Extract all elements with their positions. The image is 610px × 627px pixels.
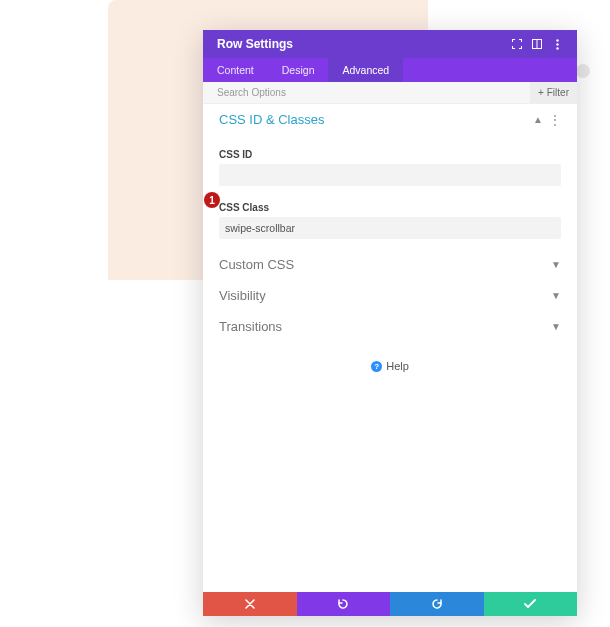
section-more-button[interactable]: ⋮ [549,113,561,127]
svg-point-3 [556,43,558,45]
section-title: Visibility [219,288,551,303]
expand-icon [512,39,522,49]
save-button[interactable] [484,592,578,616]
more-button[interactable] [547,34,567,54]
modal-titlebar: Row Settings [203,30,577,58]
modal-footer [203,592,577,616]
help-label: Help [386,360,409,372]
svg-point-2 [556,39,558,41]
modal-body-spacer [203,382,577,592]
redo-icon [431,598,443,610]
more-vert-icon [556,39,559,50]
filter-button[interactable]: + Filter [530,82,577,103]
expand-button[interactable] [507,34,527,54]
css-id-input[interactable] [219,164,561,186]
redo-button[interactable] [390,592,484,616]
search-input[interactable] [203,87,530,98]
undo-button[interactable] [297,592,391,616]
chevron-up-icon: ▲ [533,114,543,125]
check-icon [524,599,536,609]
section-transitions[interactable]: Transitions ▼ [203,311,577,342]
modal-title: Row Settings [217,37,507,51]
cancel-button[interactable] [203,592,297,616]
section-title: Transitions [219,319,551,334]
svg-point-4 [556,47,558,49]
help-link[interactable]: ? Help [203,360,577,372]
filter-label: Filter [547,87,569,98]
section-visibility[interactable]: Visibility ▼ [203,280,577,311]
tab-advanced[interactable]: Advanced [328,58,403,82]
section-title: Custom CSS [219,257,551,272]
search-row: + Filter [203,82,577,104]
close-icon [245,599,255,609]
section-custom-css[interactable]: Custom CSS ▼ [203,249,577,280]
css-class-label: CSS Class [219,202,561,213]
chevron-down-icon: ▼ [551,321,561,332]
css-id-label: CSS ID [219,149,561,160]
annotation-marker-1: 1 [204,192,220,208]
undo-icon [337,598,349,610]
chevron-down-icon: ▼ [551,290,561,301]
section-css-id-classes[interactable]: CSS ID & Classes ▲ ⋮ [203,104,577,135]
tab-design[interactable]: Design [268,58,329,82]
plus-icon: + [538,87,544,98]
section-title: CSS ID & Classes [219,112,533,127]
chevron-down-icon: ▼ [551,259,561,270]
snap-button[interactable] [527,34,547,54]
row-settings-modal: Row Settings Content Design Advanced [203,30,577,616]
css-class-input[interactable] [219,217,561,239]
snap-icon [532,39,542,49]
help-icon: ? [371,361,382,372]
tabs: Content Design Advanced [203,58,577,82]
css-panel: CSS ID CSS Class [203,135,577,243]
background-handle [576,64,590,78]
tab-content[interactable]: Content [203,58,268,82]
